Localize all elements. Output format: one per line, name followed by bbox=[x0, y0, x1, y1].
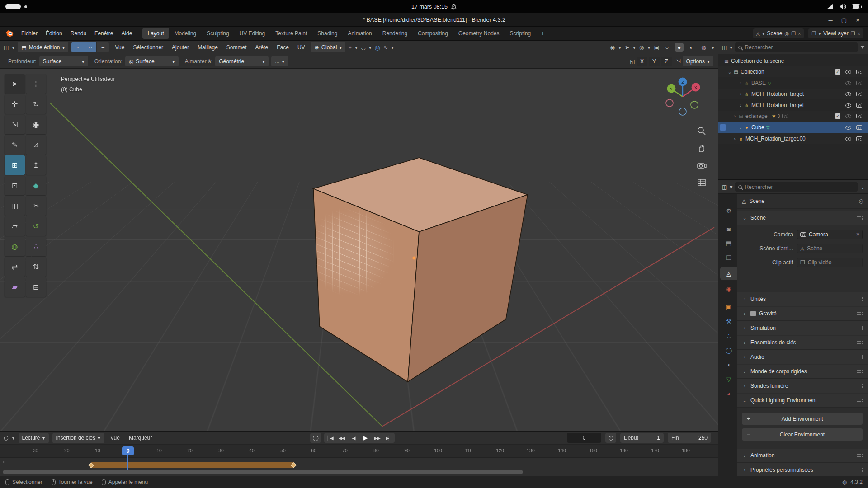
drag-grip-icon[interactable] bbox=[857, 384, 863, 389]
menu-fichier[interactable]: Fichier bbox=[17, 28, 42, 39]
menu-edition[interactable]: Édition bbox=[42, 28, 66, 39]
collection-checkbox[interactable]: ✓ bbox=[835, 69, 840, 75]
shading-wireframe-button[interactable]: ○ bbox=[663, 43, 671, 52]
outliner-row-cube[interactable]: › ▼ Cube ▽ bbox=[718, 122, 868, 133]
row-label[interactable]: Collection bbox=[741, 69, 764, 75]
camera-visibility-icon[interactable] bbox=[856, 81, 862, 85]
expand-icon[interactable]: › bbox=[738, 80, 743, 86]
expand-icon[interactable]: › bbox=[738, 103, 743, 108]
outliner-row-mch3[interactable]: › ⋔ MCH_Rotation_target.00 bbox=[718, 133, 868, 144]
expand-icon[interactable]: › bbox=[742, 340, 747, 345]
tab-scripting[interactable]: Scripting bbox=[505, 28, 536, 39]
notification-bell-icon[interactable] bbox=[451, 4, 457, 10]
gizmos-icon[interactable]: ➤ bbox=[625, 44, 629, 51]
playback-dropdown[interactable]: Lecture ▾ bbox=[19, 433, 49, 443]
pivot-chevron-icon[interactable]: ▾ bbox=[355, 44, 358, 51]
tool-add-cube[interactable]: ⊞ bbox=[5, 155, 25, 175]
close-button[interactable]: × bbox=[851, 13, 864, 27]
tool-annotate[interactable]: ✎ bbox=[5, 135, 25, 155]
drag-grip-icon[interactable] bbox=[857, 340, 863, 345]
eye-icon[interactable] bbox=[845, 114, 851, 118]
snap-chevron-icon[interactable]: ▾ bbox=[369, 44, 372, 51]
jump-to-start-button[interactable]: ▏◀ bbox=[324, 433, 336, 443]
menu-timeline-vue[interactable]: Vue bbox=[108, 435, 123, 441]
ortho-grid-icon[interactable] bbox=[696, 177, 707, 188]
pin-icon[interactable]: ◎ bbox=[785, 31, 789, 37]
row-label[interactable]: Collection de la scène bbox=[731, 58, 784, 64]
collection-checkbox[interactable]: ✓ bbox=[835, 113, 840, 119]
blender-logo-icon[interactable] bbox=[5, 28, 14, 38]
menu-arete[interactable]: Arête bbox=[253, 44, 271, 51]
current-frame-indicator[interactable]: 0 bbox=[122, 446, 134, 455]
remove-viewlayer-icon[interactable]: × bbox=[858, 31, 860, 36]
section-gravite[interactable]: › Gravité bbox=[737, 307, 868, 321]
play-reverse-button[interactable]: ◀ bbox=[348, 433, 359, 443]
transform-orientation-selector[interactable]: ⊕ Global ▾ bbox=[311, 42, 346, 52]
tab-object-properties[interactable]: ▣ bbox=[720, 300, 737, 314]
frame-start-field[interactable]: Début 1 bbox=[620, 433, 664, 443]
viewport-3d[interactable]: Perspective Utilisateur (0) Cube ➤ ⊹ ✛ ↻… bbox=[0, 69, 718, 431]
scene-name[interactable]: Scene bbox=[767, 30, 783, 37]
expand-icon[interactable]: › bbox=[742, 354, 747, 360]
prev-keyframe-button[interactable]: ◀◀ bbox=[336, 433, 348, 443]
viewlayer-selector[interactable]: ❐ ▾ ViewLayer ❐ × bbox=[808, 28, 863, 38]
menu-vue[interactable]: Vue bbox=[112, 44, 127, 51]
mirror-axis-icon[interactable]: ◱ bbox=[630, 58, 635, 65]
section-proprietes-personnalisees[interactable]: › Propriétés personnalisées bbox=[737, 463, 868, 476]
section-sondes-lumiere[interactable]: › Sondes lumière bbox=[737, 379, 868, 393]
clear-environment-button[interactable]: − Clear Environment bbox=[742, 428, 863, 441]
camera-visibility-icon[interactable] bbox=[856, 136, 862, 141]
shading-rendered-button[interactable]: ◍ bbox=[699, 43, 708, 52]
tool-inset-faces[interactable]: ⊡ bbox=[5, 176, 25, 195]
tab-particle-properties[interactable]: ∴ bbox=[720, 329, 737, 343]
expand-icon[interactable]: › bbox=[732, 136, 737, 141]
properties-search-input[interactable]: Rechercher bbox=[735, 182, 858, 192]
drag-grip-icon[interactable] bbox=[857, 398, 863, 403]
tool-edge-slide[interactable]: ⇄ bbox=[5, 257, 25, 277]
tab-world-properties[interactable]: ◉ bbox=[720, 282, 737, 296]
menu-rendu[interactable]: Rendu bbox=[66, 28, 90, 39]
row-label[interactable]: eclairage bbox=[745, 113, 768, 119]
next-keyframe-button[interactable]: ▶▶ bbox=[371, 433, 383, 443]
section-quick-lighting-environment[interactable]: ⌄ Quick Lighting Environment bbox=[737, 394, 868, 408]
tab-modifier-properties[interactable]: ⚒ bbox=[720, 314, 737, 328]
row-label[interactable]: Cube bbox=[751, 124, 764, 131]
axis-x-toggle[interactable]: X bbox=[637, 57, 647, 66]
tool-spin[interactable]: ↺ bbox=[26, 216, 46, 236]
expand-icon[interactable]: › bbox=[742, 453, 747, 458]
tool-measure[interactable]: ⊿ bbox=[26, 135, 46, 155]
filter-icon[interactable] bbox=[860, 46, 865, 49]
add-environment-button[interactable]: + Add Environment bbox=[742, 413, 863, 425]
eye-icon[interactable] bbox=[845, 70, 851, 74]
drag-grip-icon[interactable] bbox=[857, 369, 863, 374]
camera-field[interactable]: Camera × bbox=[797, 230, 863, 239]
camera-visibility-icon[interactable] bbox=[856, 114, 862, 118]
orientation-dropdown[interactable]: ◎ Surface ▾ bbox=[125, 56, 179, 66]
vertex-select-mode-button[interactable]: ▫ bbox=[71, 42, 84, 52]
depth-dropdown[interactable]: Surface ▾ bbox=[39, 56, 88, 66]
camera-visibility-icon[interactable] bbox=[856, 92, 862, 96]
expand-icon[interactable]: › bbox=[742, 325, 747, 331]
tool-rotate[interactable]: ↻ bbox=[26, 94, 46, 114]
tool-poly-build[interactable]: ▱ bbox=[5, 216, 25, 236]
tab-modeling[interactable]: Modeling bbox=[170, 28, 202, 39]
menu-uv[interactable]: UV bbox=[295, 44, 308, 51]
pan-hand-icon[interactable] bbox=[696, 143, 707, 154]
snap-to-dropdown[interactable]: Géométrie ▾ bbox=[215, 56, 269, 66]
tab-tool-properties[interactable]: ⚙ bbox=[720, 204, 737, 217]
transform-options-icon[interactable]: ⇲ bbox=[676, 58, 681, 65]
minimize-button[interactable]: ─ bbox=[824, 13, 837, 27]
camera-visibility-icon[interactable] bbox=[856, 103, 862, 108]
gizmos-chevron-icon[interactable]: ▾ bbox=[633, 44, 636, 51]
breadcrumb-label[interactable]: Scene bbox=[749, 198, 764, 204]
camera-value[interactable]: Camera bbox=[809, 231, 828, 238]
shading-solid-button[interactable]: ● bbox=[675, 43, 684, 52]
row-label[interactable]: MCH_Rotation_target bbox=[751, 91, 804, 97]
tool-tweak-select[interactable]: ➤ bbox=[5, 74, 25, 94]
options-dropdown[interactable]: Options ▾ bbox=[683, 56, 713, 66]
tab-geometry-nodes[interactable]: Geometry Nodes bbox=[453, 28, 505, 39]
snap-magnet-icon[interactable]: ◡ bbox=[361, 44, 365, 51]
play-button[interactable]: ▶ bbox=[359, 433, 371, 443]
expand-icon[interactable]: › bbox=[732, 113, 737, 119]
more-options-dropdown[interactable]: ... ▾ bbox=[271, 56, 288, 66]
